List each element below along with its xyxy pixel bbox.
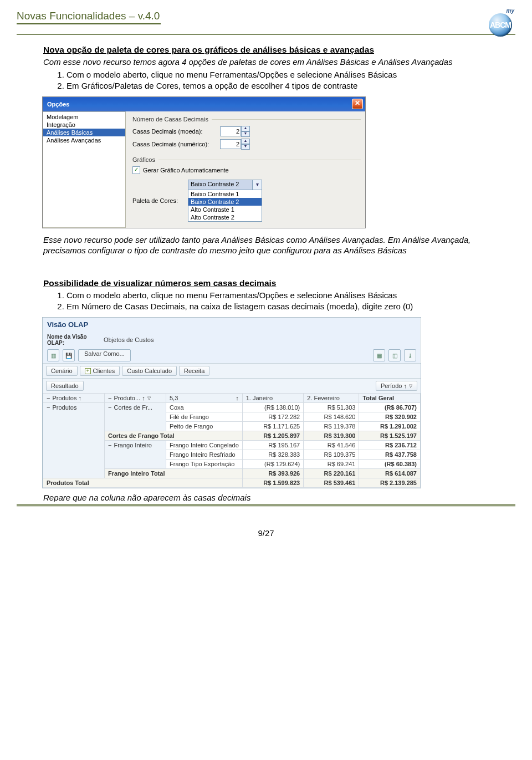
chip-cenario[interactable]: Cenário xyxy=(46,366,78,376)
chart-icon[interactable]: ◫ xyxy=(388,349,401,361)
close-icon[interactable]: ✕ xyxy=(352,99,363,109)
stepper-moeda[interactable]: ▲▼ xyxy=(241,126,250,137)
label-numerico: Casas Decimais (numérico): xyxy=(132,141,220,147)
minus-icon[interactable]: − xyxy=(47,395,50,401)
olap-name-label: Nome da Visão OLAP: xyxy=(47,334,104,346)
logo: my ABCM xyxy=(485,10,515,35)
opcoes-sidebar: Modelagem Integração Análises Básicas An… xyxy=(43,111,126,228)
minus-icon[interactable]: − xyxy=(108,442,111,448)
page-footer: 9/27 xyxy=(0,511,532,545)
plus-icon[interactable]: + xyxy=(85,368,91,374)
chip-receita[interactable]: Receita xyxy=(179,366,209,376)
label-paleta: Paleta de Cores: xyxy=(132,197,188,204)
group-decimais: Número de Casas Decimais xyxy=(132,116,208,123)
section1-note: Esse novo recurso pode ser utilizado tan… xyxy=(43,235,501,256)
checkbox-gerar-auto[interactable]: ✓ xyxy=(132,166,140,174)
label-gerar-auto: Gerar Gráfico Automaticamente xyxy=(143,167,229,174)
export-icon[interactable]: ⤓ xyxy=(404,349,416,361)
page-header: Novas Funcionalidades – v.4.0 xyxy=(17,10,161,24)
olap-window: Visão OLAP Nome da Visão OLAP: Objetos d… xyxy=(42,317,421,488)
group-graficos: Gráficos xyxy=(132,156,155,163)
save-icon[interactable]: 💾 xyxy=(63,349,75,361)
section2-title: Possibilidade de visualizar números sem … xyxy=(43,278,501,288)
section2-note: Repare que na coluna não aparecem às cas… xyxy=(43,493,501,503)
save-as-button[interactable]: Salvar Como... xyxy=(78,349,131,361)
minus-icon[interactable]: − xyxy=(108,404,111,411)
stepper-numerico[interactable]: ▲▼ xyxy=(241,139,250,150)
olap-grid: −Produtos ↑ −Produto... ↑ ▽ 5,3 ↑ 1. Jan… xyxy=(43,393,421,488)
olap-title: Visão OLAP xyxy=(43,318,421,332)
chevron-down-icon[interactable]: ▾ xyxy=(252,180,262,190)
chip-clientes[interactable]: +Clientes xyxy=(80,366,120,376)
section1-title: Nova opção de paleta de cores para os gr… xyxy=(43,45,501,55)
chip-periodo[interactable]: Período ↑ ▽ xyxy=(376,381,417,391)
combo-paleta[interactable]: Baixo Contraste 2 ▾ xyxy=(188,180,262,190)
chip-custo[interactable]: Custo Calculado xyxy=(122,366,177,376)
minus-icon[interactable]: − xyxy=(47,404,50,411)
input-casas-numerico[interactable] xyxy=(220,139,241,149)
grid-icon[interactable]: ▦ xyxy=(373,349,385,361)
window-title: Opções xyxy=(47,101,69,108)
input-casas-moeda[interactable] xyxy=(220,126,241,136)
opcoes-window: Opções ✕ Modelagem Integração Análises B… xyxy=(42,96,366,228)
label-moeda: Casas Decimais (moeda): xyxy=(132,128,220,135)
sidebar-item-integracao[interactable]: Integração xyxy=(43,121,125,129)
sidebar-item-modelagem[interactable]: Modelagem xyxy=(43,113,125,121)
olap-name-value: Objetos de Custos xyxy=(104,336,154,343)
sidebar-item-analises-basicas[interactable]: Análises Básicas xyxy=(43,129,125,136)
minus-icon[interactable]: − xyxy=(108,395,111,401)
new-icon[interactable]: ▥ xyxy=(47,349,59,361)
sidebar-item-analises-avancadas[interactable]: Análises Avançadas xyxy=(43,136,125,144)
section1-intro: Com esse novo recurso temos agora 4 opçõ… xyxy=(43,57,501,68)
combo-paleta-list[interactable]: Baixo Contraste 1 Baixo Contraste 2 Alto… xyxy=(188,190,262,222)
section1-steps: Com o modelo aberto, clique no menu Ferr… xyxy=(43,70,501,91)
section2-steps: Com o modelo aberto, clique no menu Ferr… xyxy=(43,290,501,312)
chip-resultado[interactable]: Resultado xyxy=(46,381,84,391)
